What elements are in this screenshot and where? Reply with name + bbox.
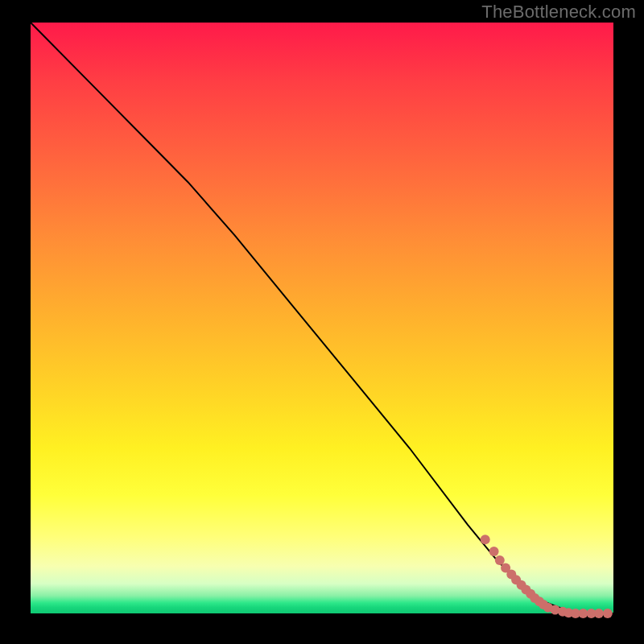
chart-overlay — [31, 23, 613, 613]
highlight-dot — [481, 535, 490, 544]
highlight-dot — [603, 609, 613, 618]
highlight-points — [481, 535, 613, 618]
highlight-dot — [495, 555, 505, 565]
chart-frame: TheBottleneck.com — [0, 0, 644, 644]
highlight-dot — [594, 609, 604, 618]
highlight-dot — [489, 547, 499, 556]
bottleneck-curve — [31, 23, 613, 613]
watermark-text: TheBottleneck.com — [481, 2, 636, 23]
plot-area — [31, 23, 613, 613]
